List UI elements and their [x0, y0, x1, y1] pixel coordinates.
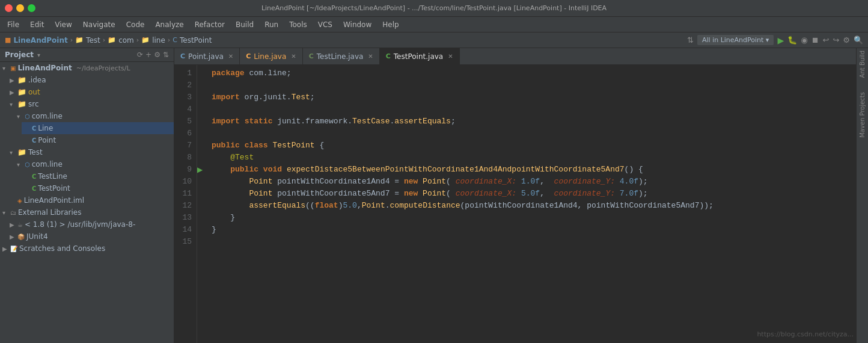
tree-item-src[interactable]: ▾ 📁 src — [7, 98, 174, 110]
tree-item-point[interactable]: C Point — [22, 134, 174, 146]
tab-label-testline: TestLine.java — [317, 52, 364, 61]
tab-close-line[interactable]: ✕ — [291, 53, 296, 60]
tree-label-out: out — [28, 88, 40, 96]
breadcrumb-project[interactable]: LineAndPoint — [13, 36, 67, 45]
menu-refactor[interactable]: Refactor — [190, 19, 230, 30]
breadcrumb-bar: ■ LineAndPoint › 📁 Test › 📁 com › 📁 line… — [0, 32, 868, 48]
tree-label-comline2: com.line — [32, 160, 63, 168]
sidebar-sync-icon[interactable]: ⟳ — [137, 51, 143, 59]
ln-9: 9 — [174, 164, 192, 176]
window-controls — [5, 4, 35, 12]
tree-item-out[interactable]: ▶ 📁 out — [7, 86, 174, 98]
maximize-btn[interactable] — [28, 4, 35, 12]
tree-label-idea: .idea — [28, 76, 46, 84]
tab-close-testline[interactable]: ✕ — [368, 53, 373, 60]
tree-path: ~/IdeaProjects/L — [76, 64, 130, 72]
breadcrumb-com[interactable]: com — [118, 36, 134, 45]
ln-2: 2 — [174, 79, 192, 91]
tree-item-iml[interactable]: ◈ LineAndPoint.iml — [7, 194, 174, 206]
run-gutter-9[interactable]: ▶ — [197, 164, 207, 176]
folder-icon-out: 📁 — [17, 88, 26, 96]
sidebar: Project ▾ ⟳ + ⚙ ⇅ ▾ ▣ LineAndPoint ~/Ide… — [0, 48, 174, 343]
tree-item-junit4[interactable]: ▶ 📦 JUnit4 — [7, 230, 174, 243]
menu-window[interactable]: Window — [338, 19, 376, 30]
search-button[interactable]: 🔍 — [854, 36, 863, 45]
tab-point-java[interactable]: C Point.java ✕ — [174, 48, 240, 64]
right-panel: Ant Build Maven Projects — [856, 48, 868, 343]
tab-icon-testline: C — [309, 52, 314, 60]
menu-analyze[interactable]: Analyze — [150, 19, 188, 30]
tree-item-extlibs[interactable]: ▾ 🗂 External Libraries — [0, 206, 174, 218]
tab-close-point[interactable]: ✕ — [228, 53, 233, 60]
tree-item-comline1[interactable]: ▾ ⬡ com.line — [14, 110, 174, 122]
menu-edit[interactable]: Edit — [25, 19, 49, 30]
tree-item-testpoint[interactable]: C TestPoint — [22, 182, 174, 194]
menu-vcs[interactable]: VCS — [313, 19, 337, 30]
tree-label-extlibs: External Libraries — [18, 208, 81, 217]
breadcrumb-line[interactable]: line — [152, 36, 165, 45]
tab-close-testpoint[interactable]: ✕ — [448, 53, 453, 60]
libs-icon: 🗂 — [10, 209, 16, 216]
tab-label-line: Line.java — [254, 52, 286, 61]
tree-item-lineandpoint[interactable]: ▾ ▣ LineAndPoint ~/IdeaProjects/L — [0, 62, 174, 74]
code-editor[interactable]: 1 2 3 4 5 6 7 8 9 10 11 12 13 14 15 — [174, 65, 856, 343]
sidebar-gear-icon[interactable]: ⚙ — [154, 51, 160, 59]
coverage-button[interactable]: ◉ — [801, 36, 807, 45]
tree-item-comline2[interactable]: ▾ ⬡ com.line — [14, 158, 174, 170]
tab-label-testpoint: TestPoint.java — [394, 52, 443, 61]
maven-projects-label[interactable]: Maven Projects — [859, 92, 866, 138]
sort-icon[interactable]: ⇅ — [687, 36, 694, 45]
menu-help[interactable]: Help — [377, 19, 403, 30]
run-config-selector[interactable]: All in LineAndPoint ▾ — [697, 35, 774, 45]
java-icon-point: C — [32, 137, 36, 144]
folder-icon-idea: 📁 — [17, 76, 26, 84]
window-title: LineAndPoint [~/IdeaProjects/LineAndPoin… — [261, 4, 607, 12]
sidebar-add-icon[interactable]: + — [145, 51, 151, 59]
tree-label-iml: LineAndPoint.iml — [24, 196, 84, 205]
menu-code[interactable]: Code — [121, 19, 150, 30]
menu-run[interactable]: Run — [260, 19, 283, 30]
tree-item-testline[interactable]: C TestLine — [22, 170, 174, 182]
ln-7: 7 — [174, 140, 192, 152]
sdk-icon: ☕ — [17, 221, 23, 228]
menu-tools[interactable]: Tools — [284, 19, 312, 30]
breadcrumb-test[interactable]: Test — [86, 36, 100, 45]
code-area[interactable]: package com.line; import org.junit.Test;… — [207, 65, 856, 343]
ln-10: 10 — [174, 176, 192, 188]
tab-testline-java[interactable]: C TestLine.java ✕ — [303, 48, 380, 64]
ant-build-label[interactable]: Ant Build — [859, 51, 866, 78]
module-icon: ▣ — [10, 65, 16, 72]
menu-navigate[interactable]: Navigate — [78, 19, 120, 30]
undo-button[interactable]: ↩ — [823, 36, 830, 45]
run-button[interactable]: ▶ — [777, 36, 784, 45]
menu-file[interactable]: File — [2, 19, 24, 30]
tree-label: LineAndPoint — [17, 64, 72, 72]
ln-3: 3 — [174, 91, 192, 104]
stop-button[interactable]: ⏹ — [811, 36, 819, 45]
close-btn[interactable] — [5, 4, 13, 12]
java-icon-testline: C — [32, 173, 36, 180]
redo-button[interactable]: ↪ — [833, 36, 839, 45]
minimize-btn[interactable] — [16, 4, 24, 12]
tree-item-test[interactable]: ▾ 📁 Test — [7, 146, 174, 158]
tree-item-java18[interactable]: ▶ ☕ < 1.8 (1) > /usr/lib/jvm/java-8- — [7, 218, 174, 230]
tab-line-java[interactable]: C Line.java ✕ — [240, 48, 302, 64]
ln-6: 6 — [174, 128, 192, 140]
tree-item-line[interactable]: C Line — [22, 122, 174, 134]
tree-item-scratches[interactable]: ▶ 📝 Scratches and Consoles — [0, 243, 174, 255]
ln-8: 8 — [174, 152, 192, 164]
menu-view[interactable]: View — [50, 19, 76, 30]
tab-label-point: Point.java — [188, 52, 224, 61]
gutter: ▶ — [197, 65, 207, 343]
main-layout: Project ▾ ⟳ + ⚙ ⇅ ▾ ▣ LineAndPoint ~/Ide… — [0, 48, 868, 343]
sidebar-expand-icon[interactable]: ⇅ — [163, 51, 169, 59]
menu-build[interactable]: Build — [231, 19, 258, 30]
tree-item-idea[interactable]: ▶ 📁 .idea — [7, 74, 174, 86]
breadcrumb-testpoint[interactable]: TestPoint — [180, 36, 212, 45]
package-icon2: ⬡ — [25, 161, 30, 168]
more-button[interactable]: ⚙ — [843, 36, 850, 45]
debug-button[interactable]: 🐛 — [787, 36, 797, 45]
sidebar-header-icons: ⟳ + ⚙ ⇅ — [137, 51, 169, 59]
tab-bar: C Point.java ✕ C Line.java ✕ C TestLine.… — [174, 48, 856, 65]
tab-testpoint-java[interactable]: C TestPoint.java ✕ — [380, 48, 460, 64]
